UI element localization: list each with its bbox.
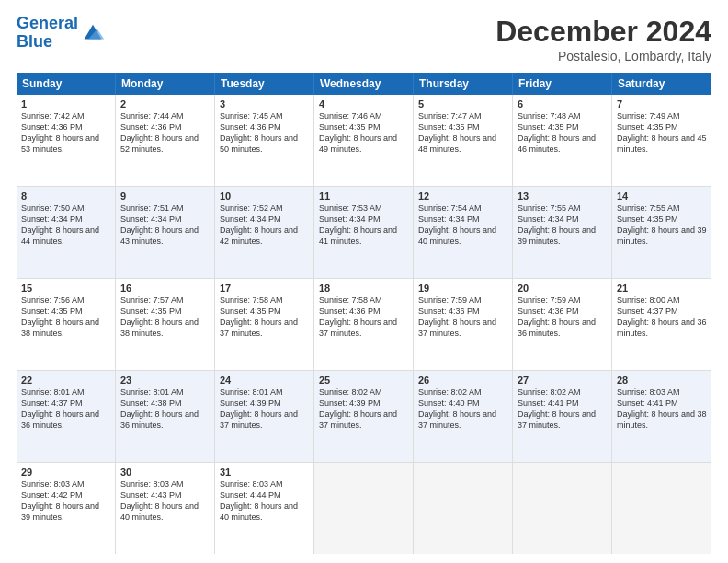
calendar-day-cell: 8Sunrise: 7:50 AM Sunset: 4:34 PM Daylig… bbox=[17, 187, 116, 278]
day-number: 16 bbox=[120, 282, 210, 293]
calendar-empty-cell bbox=[612, 463, 711, 554]
calendar-header-cell: Thursday bbox=[414, 73, 513, 95]
day-number: 1 bbox=[21, 98, 110, 109]
calendar-day-cell: 9Sunrise: 7:51 AM Sunset: 4:34 PM Daylig… bbox=[116, 187, 215, 278]
day-detail: Sunrise: 7:57 AM Sunset: 4:35 PM Dayligh… bbox=[120, 294, 210, 339]
calendar-header-cell: Saturday bbox=[612, 73, 711, 95]
calendar-day-cell: 28Sunrise: 8:03 AM Sunset: 4:41 PM Dayli… bbox=[612, 371, 711, 462]
day-number: 17 bbox=[220, 282, 309, 293]
calendar-week-row: 29Sunrise: 8:03 AM Sunset: 4:42 PM Dayli… bbox=[17, 463, 711, 554]
day-number: 29 bbox=[21, 466, 110, 477]
calendar-day-cell: 18Sunrise: 7:58 AM Sunset: 4:36 PM Dayli… bbox=[314, 279, 414, 370]
day-number: 31 bbox=[220, 466, 309, 477]
day-detail: Sunrise: 8:02 AM Sunset: 4:41 PM Dayligh… bbox=[518, 386, 607, 431]
day-number: 12 bbox=[418, 190, 507, 201]
calendar-day-cell: 30Sunrise: 8:03 AM Sunset: 4:43 PM Dayli… bbox=[116, 463, 215, 554]
calendar-header-cell: Tuesday bbox=[215, 73, 314, 95]
day-detail: Sunrise: 8:01 AM Sunset: 4:37 PM Dayligh… bbox=[21, 386, 110, 431]
day-detail: Sunrise: 7:59 AM Sunset: 4:36 PM Dayligh… bbox=[518, 294, 607, 339]
calendar-week-row: 15Sunrise: 7:56 AM Sunset: 4:35 PM Dayli… bbox=[17, 279, 711, 371]
day-number: 3 bbox=[220, 98, 309, 109]
calendar-day-cell: 27Sunrise: 8:02 AM Sunset: 4:41 PM Dayli… bbox=[513, 371, 612, 462]
day-number: 18 bbox=[319, 282, 408, 293]
day-number: 25 bbox=[319, 374, 408, 385]
day-number: 28 bbox=[617, 374, 707, 385]
calendar-day-cell: 24Sunrise: 8:01 AM Sunset: 4:39 PM Dayli… bbox=[215, 371, 314, 462]
calendar-day-cell: 25Sunrise: 8:02 AM Sunset: 4:39 PM Dayli… bbox=[314, 371, 414, 462]
calendar-day-cell: 6Sunrise: 7:48 AM Sunset: 4:35 PM Daylig… bbox=[513, 95, 612, 186]
day-number: 7 bbox=[617, 98, 707, 109]
calendar-day-cell: 12Sunrise: 7:54 AM Sunset: 4:34 PM Dayli… bbox=[414, 187, 513, 278]
day-detail: Sunrise: 7:42 AM Sunset: 4:36 PM Dayligh… bbox=[21, 110, 110, 155]
day-number: 20 bbox=[518, 282, 607, 293]
calendar-empty-cell bbox=[513, 463, 612, 554]
subtitle: Postalesio, Lombardy, Italy bbox=[495, 49, 711, 63]
day-number: 4 bbox=[319, 98, 408, 109]
day-number: 6 bbox=[518, 98, 607, 109]
day-number: 19 bbox=[418, 282, 507, 293]
calendar-day-cell: 31Sunrise: 8:03 AM Sunset: 4:44 PM Dayli… bbox=[215, 463, 314, 554]
day-number: 13 bbox=[518, 190, 607, 201]
page: GeneralBlue December 2024 Postalesio, Lo… bbox=[0, 0, 728, 563]
day-detail: Sunrise: 7:59 AM Sunset: 4:36 PM Dayligh… bbox=[418, 294, 507, 339]
day-detail: Sunrise: 7:58 AM Sunset: 4:35 PM Dayligh… bbox=[220, 294, 309, 339]
day-detail: Sunrise: 8:03 AM Sunset: 4:42 PM Dayligh… bbox=[21, 478, 110, 523]
day-detail: Sunrise: 7:45 AM Sunset: 4:36 PM Dayligh… bbox=[220, 110, 309, 155]
calendar-header-cell: Monday bbox=[116, 73, 215, 95]
day-number: 14 bbox=[617, 190, 707, 201]
day-number: 26 bbox=[418, 374, 507, 385]
day-number: 21 bbox=[617, 282, 707, 293]
day-number: 9 bbox=[120, 190, 210, 201]
day-number: 22 bbox=[21, 374, 110, 385]
calendar-day-cell: 5Sunrise: 7:47 AM Sunset: 4:35 PM Daylig… bbox=[414, 95, 513, 186]
day-detail: Sunrise: 8:03 AM Sunset: 4:43 PM Dayligh… bbox=[120, 478, 210, 523]
calendar-day-cell: 13Sunrise: 7:55 AM Sunset: 4:34 PM Dayli… bbox=[513, 187, 612, 278]
day-number: 5 bbox=[418, 98, 507, 109]
calendar: SundayMondayTuesdayWednesdayThursdayFrid… bbox=[17, 73, 711, 554]
day-detail: Sunrise: 7:54 AM Sunset: 4:34 PM Dayligh… bbox=[418, 202, 507, 247]
day-detail: Sunrise: 8:02 AM Sunset: 4:40 PM Dayligh… bbox=[418, 386, 507, 431]
calendar-day-cell: 17Sunrise: 7:58 AM Sunset: 4:35 PM Dayli… bbox=[215, 279, 314, 370]
day-detail: Sunrise: 7:50 AM Sunset: 4:34 PM Dayligh… bbox=[21, 202, 110, 247]
day-detail: Sunrise: 8:00 AM Sunset: 4:37 PM Dayligh… bbox=[617, 294, 707, 339]
calendar-header-cell: Friday bbox=[513, 73, 612, 95]
header: GeneralBlue December 2024 Postalesio, Lo… bbox=[17, 15, 711, 63]
day-detail: Sunrise: 7:55 AM Sunset: 4:34 PM Dayligh… bbox=[518, 202, 607, 247]
calendar-week-row: 22Sunrise: 8:01 AM Sunset: 4:37 PM Dayli… bbox=[17, 371, 711, 463]
calendar-day-cell: 3Sunrise: 7:45 AM Sunset: 4:36 PM Daylig… bbox=[215, 95, 314, 186]
calendar-day-cell: 11Sunrise: 7:53 AM Sunset: 4:34 PM Dayli… bbox=[314, 187, 414, 278]
day-detail: Sunrise: 7:49 AM Sunset: 4:35 PM Dayligh… bbox=[617, 110, 707, 155]
day-detail: Sunrise: 7:52 AM Sunset: 4:34 PM Dayligh… bbox=[220, 202, 309, 247]
calendar-week-row: 8Sunrise: 7:50 AM Sunset: 4:34 PM Daylig… bbox=[17, 187, 711, 279]
day-detail: Sunrise: 8:02 AM Sunset: 4:39 PM Dayligh… bbox=[319, 386, 408, 431]
calendar-day-cell: 20Sunrise: 7:59 AM Sunset: 4:36 PM Dayli… bbox=[513, 279, 612, 370]
calendar-header: SundayMondayTuesdayWednesdayThursdayFrid… bbox=[17, 73, 711, 95]
calendar-day-cell: 19Sunrise: 7:59 AM Sunset: 4:36 PM Dayli… bbox=[414, 279, 513, 370]
day-number: 23 bbox=[120, 374, 210, 385]
day-detail: Sunrise: 7:51 AM Sunset: 4:34 PM Dayligh… bbox=[120, 202, 210, 247]
title-area: December 2024 Postalesio, Lombardy, Ital… bbox=[495, 15, 711, 63]
calendar-day-cell: 1Sunrise: 7:42 AM Sunset: 4:36 PM Daylig… bbox=[17, 95, 116, 186]
day-detail: Sunrise: 8:01 AM Sunset: 4:38 PM Dayligh… bbox=[120, 386, 210, 431]
calendar-day-cell: 2Sunrise: 7:44 AM Sunset: 4:36 PM Daylig… bbox=[116, 95, 215, 186]
calendar-body: 1Sunrise: 7:42 AM Sunset: 4:36 PM Daylig… bbox=[17, 95, 711, 554]
calendar-day-cell: 10Sunrise: 7:52 AM Sunset: 4:34 PM Dayli… bbox=[215, 187, 314, 278]
day-detail: Sunrise: 7:56 AM Sunset: 4:35 PM Dayligh… bbox=[21, 294, 110, 339]
day-detail: Sunrise: 7:47 AM Sunset: 4:35 PM Dayligh… bbox=[418, 110, 507, 155]
day-number: 8 bbox=[21, 190, 110, 201]
calendar-week-row: 1Sunrise: 7:42 AM Sunset: 4:36 PM Daylig… bbox=[17, 95, 711, 187]
day-number: 30 bbox=[120, 466, 210, 477]
calendar-day-cell: 23Sunrise: 8:01 AM Sunset: 4:38 PM Dayli… bbox=[116, 371, 215, 462]
day-number: 2 bbox=[120, 98, 210, 109]
calendar-header-cell: Wednesday bbox=[314, 73, 414, 95]
day-number: 27 bbox=[518, 374, 607, 385]
day-detail: Sunrise: 7:53 AM Sunset: 4:34 PM Dayligh… bbox=[319, 202, 408, 247]
day-detail: Sunrise: 7:58 AM Sunset: 4:36 PM Dayligh… bbox=[319, 294, 408, 339]
day-detail: Sunrise: 7:44 AM Sunset: 4:36 PM Dayligh… bbox=[120, 110, 210, 155]
day-number: 10 bbox=[220, 190, 309, 201]
day-detail: Sunrise: 8:03 AM Sunset: 4:44 PM Dayligh… bbox=[220, 478, 309, 523]
calendar-empty-cell bbox=[314, 463, 414, 554]
day-detail: Sunrise: 8:01 AM Sunset: 4:39 PM Dayligh… bbox=[220, 386, 309, 431]
day-detail: Sunrise: 7:48 AM Sunset: 4:35 PM Dayligh… bbox=[518, 110, 607, 155]
day-detail: Sunrise: 8:03 AM Sunset: 4:41 PM Dayligh… bbox=[617, 386, 707, 431]
